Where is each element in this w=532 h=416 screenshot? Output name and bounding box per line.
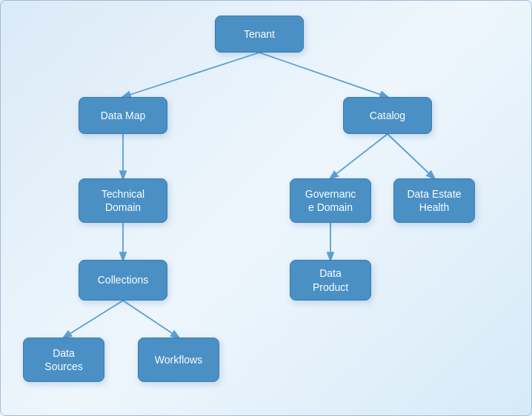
diagram-container: Tenant Data Map Catalog Technical Domain… (0, 0, 532, 416)
node-governance-domain: Governanc e Domain (290, 178, 371, 223)
svg-line-7 (64, 301, 123, 338)
svg-line-0 (123, 53, 259, 97)
svg-line-1 (259, 53, 388, 97)
node-data-map: Data Map (79, 97, 167, 134)
node-data-sources: Data Sources (23, 338, 104, 382)
svg-line-3 (330, 134, 388, 178)
node-catalog: Catalog (343, 97, 432, 134)
node-technical-domain: Technical Domain (79, 178, 167, 223)
svg-line-8 (123, 301, 179, 338)
node-collections: Collections (79, 260, 167, 301)
node-data-product: Data Product (290, 260, 371, 301)
node-data-estate-health: Data Estate Health (393, 178, 475, 223)
node-tenant: Tenant (215, 16, 304, 53)
node-workflows: Workflows (138, 338, 219, 382)
svg-line-4 (388, 134, 434, 178)
